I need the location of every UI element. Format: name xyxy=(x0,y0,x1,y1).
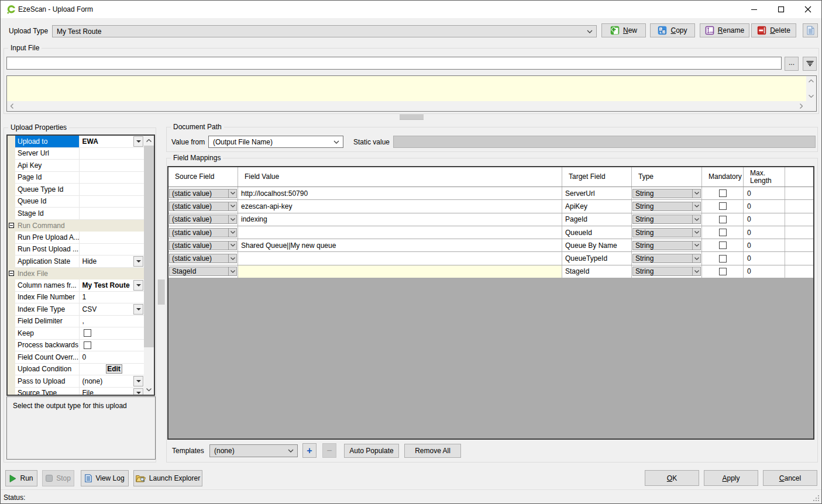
horizontal-scrollbar[interactable] xyxy=(7,101,806,111)
property-value[interactable]: (none) xyxy=(80,375,145,388)
type-combo[interactable]: String xyxy=(632,215,701,224)
minimize-button[interactable] xyxy=(741,1,768,18)
run-button[interactable]: Run xyxy=(5,470,37,486)
source-field-combo[interactable]: (static value) xyxy=(169,215,237,224)
close-button[interactable] xyxy=(795,1,821,18)
category-row[interactable]: Run Command xyxy=(8,220,144,232)
vertical-splitter[interactable] xyxy=(158,279,164,305)
source-field-combo[interactable]: (static value) xyxy=(169,241,237,250)
source-field-combo[interactable]: (static value) xyxy=(169,228,237,237)
max-length-cell[interactable]: 0 xyxy=(744,252,785,264)
property-value[interactable] xyxy=(80,208,145,220)
property-name[interactable]: Page Id xyxy=(15,172,80,184)
target-field-cell[interactable]: PageId xyxy=(562,213,632,226)
delete-button[interactable]: Delete xyxy=(751,23,796,37)
max-length-cell[interactable]: 0 xyxy=(744,239,785,251)
mandatory-checkbox[interactable] xyxy=(719,255,727,263)
value-from-combo[interactable]: (Output File Name) xyxy=(208,136,343,148)
cancel-button[interactable]: Cancel xyxy=(763,470,817,486)
field-value-cell[interactable] xyxy=(238,265,562,278)
maximize-button[interactable] xyxy=(768,1,795,18)
collapse-icon[interactable] xyxy=(9,271,14,276)
input-file-field[interactable] xyxy=(6,57,782,70)
max-length-cell[interactable]: 0 xyxy=(744,200,785,212)
property-value[interactable]: File xyxy=(80,388,145,395)
scrollbar-thumb[interactable] xyxy=(144,146,154,347)
property-name[interactable]: Index File Number xyxy=(15,292,80,304)
type-combo[interactable]: String xyxy=(632,228,701,237)
property-row[interactable]: Page Id xyxy=(8,172,144,184)
property-row[interactable]: Run Post Upload ... xyxy=(8,244,144,256)
property-row[interactable]: Column names fr...My Test Route xyxy=(8,279,144,292)
property-value[interactable] xyxy=(80,148,145,160)
collapse-icon[interactable] xyxy=(9,223,14,228)
vertical-scrollbar[interactable] xyxy=(806,76,816,101)
property-row[interactable]: Upload toEWA xyxy=(8,136,144,148)
target-field-cell[interactable]: Queue By Name xyxy=(562,239,632,251)
target-field-cell[interactable]: QueueId xyxy=(562,226,632,239)
field-value-cell[interactable] xyxy=(238,226,562,239)
property-value[interactable]: EWA xyxy=(80,136,145,148)
scroll-left-icon[interactable] xyxy=(7,101,17,111)
property-row[interactable]: Server Url xyxy=(8,148,144,160)
property-row[interactable]: Run Pre Upload A... xyxy=(8,232,144,244)
type-combo[interactable]: String xyxy=(632,241,701,250)
target-field-cell[interactable]: StageId xyxy=(562,265,632,278)
field-value-cell[interactable]: Shared Queue||My new queue xyxy=(238,239,562,251)
property-row[interactable]: Api Key xyxy=(8,160,144,172)
property-value[interactable] xyxy=(80,327,145,340)
property-row[interactable]: Pass to Upload(none) xyxy=(8,375,144,388)
max-length-cell[interactable]: 0 xyxy=(744,213,785,226)
dropdown-button[interactable] xyxy=(133,388,143,395)
resize-grip[interactable] xyxy=(813,495,820,502)
stop-button[interactable]: Stop xyxy=(42,470,74,486)
templates-combo[interactable]: (none) xyxy=(209,444,298,457)
scroll-down-icon[interactable] xyxy=(144,385,154,395)
apply-button[interactable]: Apply xyxy=(704,470,758,486)
property-name[interactable]: Field Delimiter xyxy=(15,316,80,328)
property-name[interactable]: Upload to xyxy=(15,136,80,148)
property-value[interactable] xyxy=(80,184,145,196)
source-field-combo[interactable]: (static value) xyxy=(169,254,237,263)
field-value-cell[interactable]: http://localhost:50790 xyxy=(238,187,562,199)
mandatory-checkbox[interactable] xyxy=(719,216,727,223)
property-name[interactable]: Index File Type xyxy=(15,303,80,316)
property-name[interactable]: Queue Id xyxy=(15,196,80,208)
property-name[interactable]: Source Type xyxy=(15,388,80,395)
max-length-cell[interactable]: 0 xyxy=(744,265,785,278)
property-name[interactable]: Field Count Overr... xyxy=(15,351,80,364)
property-row[interactable]: Source TypeFile xyxy=(8,388,144,395)
property-row[interactable]: Keep xyxy=(8,327,144,340)
type-combo[interactable]: String xyxy=(632,189,701,198)
property-value[interactable] xyxy=(80,196,145,208)
property-row[interactable]: Stage Id xyxy=(8,208,144,220)
property-value[interactable] xyxy=(80,160,145,172)
checkbox[interactable] xyxy=(84,341,91,349)
dropdown-button[interactable] xyxy=(133,136,143,147)
view-log-button[interactable]: View Log xyxy=(81,470,129,486)
source-field-combo[interactable]: (static value) xyxy=(169,189,237,198)
property-value[interactable]: 1 xyxy=(80,292,145,304)
propgrid-scrollbar[interactable] xyxy=(144,136,154,395)
upload-type-combo[interactable]: My Test Route xyxy=(52,25,597,37)
scroll-up-icon[interactable] xyxy=(144,136,154,146)
mandatory-checkbox[interactable] xyxy=(719,189,727,197)
property-row[interactable]: Field Delimiter, xyxy=(8,316,144,328)
new-button[interactable]: New xyxy=(601,23,646,37)
launch-explorer-button[interactable]: Launch Explorer xyxy=(133,470,202,486)
field-value-cell[interactable]: ezescan-api-key xyxy=(238,200,562,212)
add-template-button[interactable]: + xyxy=(302,443,317,458)
property-value[interactable] xyxy=(80,172,145,184)
horizontal-splitter[interactable] xyxy=(400,115,424,120)
mandatory-checkbox[interactable] xyxy=(719,229,727,236)
property-name[interactable]: Upload Condition xyxy=(15,364,80,376)
type-combo[interactable]: String xyxy=(632,254,701,263)
property-value[interactable] xyxy=(80,244,145,256)
edit-button[interactable]: Edit xyxy=(106,364,122,374)
property-value[interactable]: My Test Route xyxy=(80,279,145,292)
property-name[interactable]: Pass to Upload xyxy=(15,375,80,388)
source-field-combo[interactable]: StageId xyxy=(169,267,237,276)
property-row[interactable]: Queue Type Id xyxy=(8,184,144,196)
property-name[interactable]: Server Url xyxy=(15,148,80,160)
property-name[interactable]: Application State xyxy=(15,256,80,268)
